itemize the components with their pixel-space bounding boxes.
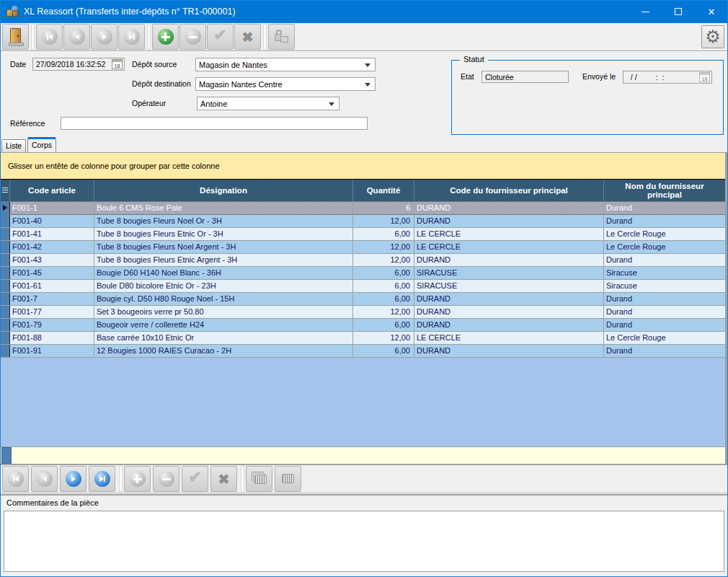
cell-code-fournisseur: DURAND — [414, 202, 604, 214]
remove-button[interactable] — [179, 24, 206, 50]
plus-icon — [158, 29, 174, 45]
settings-button[interactable]: ⚙ — [701, 25, 724, 48]
cell-nom-fournisseur: Siracuse — [604, 280, 725, 292]
column-header-designation[interactable]: Désignation — [94, 180, 353, 201]
grid-rows: F001-1Boule 6 CMS Rose Pale6DURANDDurand… — [1, 201, 725, 358]
last-record-icon — [124, 29, 140, 45]
cell-designation: Bougie cyl. D50 H80 Rouge Noel - 15H — [94, 293, 353, 305]
grid-row[interactable]: F001-42Tube 8 bougies Fleurs Noel Argent… — [1, 241, 725, 254]
grid-row[interactable]: F001-9112 Bougies 1000 RAIES Curacao - 2… — [1, 345, 725, 358]
grid-nav-prev-button[interactable] — [31, 466, 58, 492]
title-bar: XL Reassort (Transferts inter-dépôts n° … — [0, 0, 728, 23]
first-record-icon — [42, 29, 58, 45]
grid-row[interactable]: F001-61Boule D80 bicolore Etnic Or - 23H… — [1, 280, 725, 293]
validate-button[interactable]: ✔ — [207, 24, 234, 50]
main-toolbar: ✔ ✖ ⚙ — [1, 23, 727, 51]
cell-nom-fournisseur: Durand — [604, 254, 725, 266]
door-icon — [10, 28, 21, 44]
depot-destination-value: Magasin Nantes Centre — [199, 80, 283, 89]
envoye-label: Envoyé le — [582, 71, 616, 83]
tab-corps[interactable]: Corps — [27, 137, 56, 152]
dropdown-arrow-icon — [365, 83, 370, 87]
date-field[interactable]: 27/09/2018 16:32:5218 — [32, 58, 125, 71]
column-header-code-fournisseur[interactable]: Code du fournisseur principal — [414, 180, 604, 201]
exit-button[interactable] — [2, 24, 29, 50]
grid-row[interactable]: F001-77Set 3 bougeoirs verre pr 50.8012,… — [1, 306, 725, 319]
cancel-button[interactable]: ✖ — [234, 24, 261, 50]
column-header-code-article[interactable]: Code article — [10, 180, 94, 201]
cell-quantite: 6,00 — [353, 319, 414, 331]
barcode-stack-button[interactable] — [246, 466, 272, 492]
close-button[interactable]: ✕ — [695, 0, 728, 23]
column-header-nom-fournisseur[interactable]: Nom du fournisseur principal — [604, 180, 725, 201]
date-label: Date — [10, 58, 26, 71]
cell-nom-fournisseur: Durand — [604, 202, 725, 214]
cell-designation: Tube 8 bougies Fleurs Etnic Or - 3H — [94, 228, 353, 240]
grid-corner-cell[interactable] — [1, 180, 10, 201]
depot-destination-select[interactable]: Magasin Nantes Centre — [195, 77, 376, 91]
scrollbar-thumb[interactable] — [1, 447, 12, 464]
grid-row[interactable]: F001-45Bougie D60 H140 Noel Blanc - 36H6… — [1, 267, 725, 280]
cell-code-article: F001-41 — [10, 228, 94, 240]
grid-row[interactable]: F001-7Bougie cyl. D50 H80 Rouge Noel - 1… — [1, 293, 725, 306]
operateur-select[interactable]: Antoine — [197, 97, 339, 110]
row-indicator — [1, 319, 10, 331]
barcode-icon — [280, 472, 297, 486]
grid-remove-button[interactable] — [153, 466, 179, 492]
grid-validate-button[interactable]: ✔ — [182, 466, 208, 492]
column-header-quantite[interactable]: Quantité — [353, 180, 414, 201]
barcode-single-button[interactable] — [275, 466, 301, 492]
grid-row[interactable]: F001-88Base carrée 10x10 Etnic Or12,00LE… — [1, 332, 725, 345]
nav-prev-button[interactable] — [63, 24, 90, 50]
first-record-icon — [8, 471, 24, 487]
cell-quantite: 6,00 — [353, 345, 414, 357]
minimize-button[interactable] — [629, 0, 662, 23]
grid-row[interactable]: F001-40Tube 8 bougies Fleurs Noel Or - 3… — [1, 215, 725, 228]
cell-nom-fournisseur: Siracuse — [604, 267, 725, 279]
next-record-icon — [97, 29, 112, 45]
grid-cancel-button[interactable]: ✖ — [210, 466, 237, 492]
grid-row[interactable]: F001-43Tube 8 bougies Fleurs Etnic Argen… — [1, 254, 725, 267]
nav-first-button[interactable] — [36, 24, 63, 50]
cell-code-article: F001-43 — [10, 254, 94, 266]
toolbar-separator — [31, 24, 35, 50]
cell-code-fournisseur: DURAND — [414, 306, 604, 318]
stock-lock-button[interactable] — [268, 24, 295, 50]
tab-liste[interactable]: Liste — [1, 139, 26, 152]
grid-row[interactable]: F001-79Bougeoir verre / collerette H246,… — [1, 319, 725, 332]
maximize-button[interactable] — [662, 0, 695, 23]
nav-next-button[interactable] — [91, 24, 117, 50]
minimize-icon — [642, 12, 649, 12]
grid-empty-area — [1, 358, 725, 446]
cell-code-article: F001-40 — [10, 215, 94, 227]
cell-code-article: F001-42 — [10, 241, 94, 253]
envoye-field[interactable]: / / : :18 — [623, 71, 712, 84]
nav-last-button[interactable] — [118, 24, 145, 50]
grid-row[interactable]: F001-1Boule 6 CMS Rose Pale6DURANDDurand — [1, 201, 725, 215]
reference-input[interactable] — [61, 117, 368, 130]
cell-code-fournisseur: SIRACUSE — [414, 267, 604, 279]
statut-legend: Statut — [460, 55, 488, 63]
calendar-icon[interactable]: 18 — [112, 59, 123, 69]
cell-code-fournisseur: SIRACUSE — [414, 280, 604, 292]
row-indicator — [1, 254, 10, 266]
tab-strip: ListeCorps — [1, 137, 727, 152]
depot-source-value: Magasin de Nantes — [199, 61, 267, 69]
padlock-boxes-icon — [274, 30, 290, 44]
add-button[interactable] — [152, 24, 179, 50]
depot-source-select[interactable]: Magasin de Nantes — [195, 58, 376, 71]
horizontal-scrollbar[interactable] — [1, 446, 725, 464]
list-icon — [2, 188, 8, 194]
cell-quantite: 12,00 — [353, 332, 414, 344]
cell-code-article: F001-1 — [10, 202, 94, 214]
grid-nav-first-button[interactable] — [2, 466, 29, 492]
grid-add-button[interactable] — [124, 466, 151, 492]
grid-nav-next-button[interactable] — [60, 466, 86, 492]
grid-nav-last-button[interactable] — [89, 466, 115, 492]
cell-designation: Boule 6 CMS Rose Pale — [94, 202, 353, 214]
depot-source-label: Dépôt source — [132, 58, 177, 71]
cell-nom-fournisseur: Le Cercle Rouge — [604, 228, 725, 240]
comments-input[interactable] — [4, 511, 724, 572]
grid-row[interactable]: F001-41Tube 8 bougies Fleurs Etnic Or - … — [1, 228, 725, 241]
toolbar-separator — [119, 466, 123, 492]
